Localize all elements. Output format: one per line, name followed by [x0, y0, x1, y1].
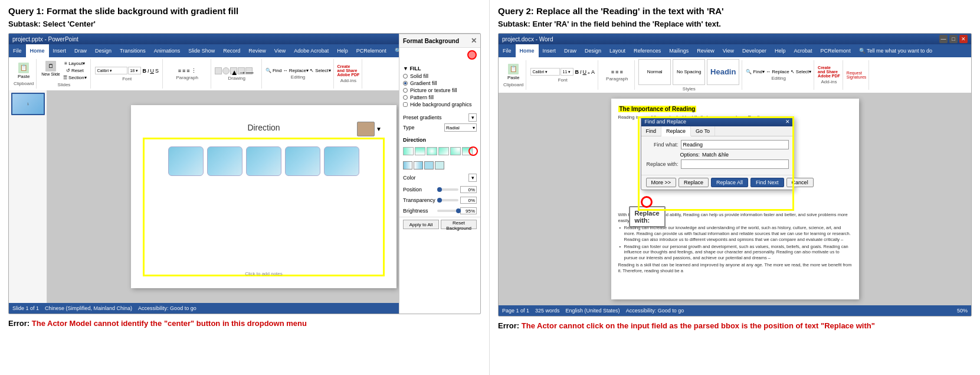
word-tab-references[interactable]: References	[630, 44, 665, 57]
slide-thumb-1[interactable]: 1	[11, 93, 45, 115]
find-btn[interactable]: 🔍 Find	[266, 68, 282, 73]
word-close-button[interactable]: ✕	[959, 35, 968, 43]
grad-box-1[interactable]	[168, 146, 204, 176]
word-tab-insert[interactable]: Insert	[539, 44, 561, 57]
style-heading1[interactable]: Headin	[707, 59, 739, 85]
word-align-right[interactable]: ≡	[620, 69, 622, 75]
word-tab-layout[interactable]: Layout	[605, 44, 630, 57]
word-tab-review[interactable]: Review	[693, 44, 719, 57]
word-maximize-button[interactable]: □	[949, 35, 958, 43]
color-stop-2[interactable]	[414, 161, 423, 169]
word-tab-view[interactable]: View	[719, 44, 738, 57]
swatch-dropdown-arrow[interactable]: ▼	[376, 126, 382, 132]
italic-button[interactable]: I	[148, 68, 149, 74]
solid-fill-option[interactable]: Solid fill	[403, 73, 477, 79]
gradient-preset-center[interactable]	[427, 147, 437, 155]
strikethrough-button[interactable]: S	[155, 68, 159, 74]
picture-fill-option[interactable]: Picture or texture fill	[403, 87, 477, 93]
word-tab-mailings[interactable]: Mailings	[665, 44, 693, 57]
tab-slideshow[interactable]: Slide Show	[184, 44, 219, 57]
replace-with-input[interactable]	[681, 159, 789, 169]
dialog-close-button[interactable]: ✕	[785, 119, 790, 125]
more-button[interactable]: More >>	[646, 178, 677, 187]
word-align-center[interactable]: ≡	[615, 69, 618, 75]
tab-acrobat[interactable]: Adobe Acrobat	[290, 44, 333, 57]
transparency-input[interactable]	[460, 197, 477, 204]
hide-bg-option[interactable]: Hide background graphics	[403, 102, 477, 107]
replace-all-button[interactable]: Replace All	[711, 178, 748, 187]
font-family-dropdown[interactable]: Calibri ▾	[95, 67, 127, 74]
word-font-color-button[interactable]: A	[591, 69, 595, 75]
shape-circle[interactable]	[222, 67, 230, 74]
word-select-btn[interactable]: ↖ Select▾	[791, 69, 811, 74]
align-left-icon[interactable]: ≡	[178, 68, 181, 74]
style-no-spacing[interactable]: No Spacing	[673, 59, 705, 85]
tab-animations[interactable]: Animations	[150, 44, 185, 57]
transparency-slider[interactable]	[437, 199, 458, 201]
grad-box-4[interactable]	[285, 146, 320, 176]
word-tab-draw[interactable]: Draw	[560, 44, 581, 57]
tab-file[interactable]: File	[9, 44, 26, 57]
reset-button[interactable]: ↺ Reset	[62, 67, 88, 74]
shape-triangle[interactable]: ▲	[230, 67, 237, 74]
word-underline-button[interactable]: U	[583, 69, 587, 75]
underline-button[interactable]: U	[150, 68, 154, 74]
tab-review[interactable]: Review	[244, 44, 270, 57]
word-create-share-btn[interactable]: Createand ShareAdobe PDF	[818, 66, 840, 78]
grad-box-5[interactable]	[324, 146, 359, 176]
tab-help[interactable]: Help	[333, 44, 352, 57]
position-slider[interactable]	[437, 188, 458, 191]
shape-line[interactable]: —	[245, 67, 253, 74]
dialog-tab-find[interactable]: Find	[641, 126, 662, 136]
word-tab-developer[interactable]: Developer	[738, 44, 771, 57]
replace-button[interactable]: Replace	[679, 178, 709, 187]
tab-pcrelemont[interactable]: PCRelemont	[352, 44, 391, 57]
layout-button[interactable]: ≡ Layout▾	[62, 60, 88, 67]
cancel-button[interactable]: Cancel	[786, 178, 814, 187]
gradient-fill-option[interactable]: Gradient fill	[403, 80, 477, 86]
reset-background-button[interactable]: Reset Background	[441, 220, 477, 229]
section-button[interactable]: ☰ Section▾	[62, 74, 88, 81]
tab-draw[interactable]: Draw	[70, 44, 91, 57]
dialog-tab-goto[interactable]: Go To	[691, 126, 715, 136]
paste-button[interactable]: 📋 Paste	[17, 62, 31, 80]
word-minimize-button[interactable]: —	[939, 35, 948, 43]
word-tab-pcrelemont[interactable]: PCRelemont	[817, 44, 855, 57]
word-tab-tell-me[interactable]: 🔍 Tell me what you want to do	[855, 44, 936, 57]
word-paste-button[interactable]: 📋 Paste	[506, 63, 520, 81]
word-find-btn[interactable]: 🔍 Find▾	[746, 69, 765, 74]
align-right-icon[interactable]: ≡	[186, 68, 189, 74]
ppt-slide[interactable]: Direction ▼	[131, 105, 396, 288]
word-align-left[interactable]: ≡	[611, 69, 614, 75]
tab-record[interactable]: Record	[219, 44, 244, 57]
tab-home[interactable]: Home	[26, 44, 49, 57]
tab-transitions[interactable]: Transitions	[116, 44, 150, 57]
color-stop-3[interactable]	[424, 161, 434, 169]
align-center-icon[interactable]: ≡	[182, 68, 185, 74]
hide-bg-checkbox[interactable]	[403, 102, 408, 107]
solid-fill-radio[interactable]	[403, 74, 408, 79]
brightness-input[interactable]	[460, 207, 477, 214]
word-font-family-dropdown[interactable]: Calibri ▾	[530, 68, 560, 76]
select-btn[interactable]: ↖ Select▾	[310, 68, 330, 73]
find-next-button[interactable]: Find Next	[750, 178, 784, 187]
tab-design[interactable]: Design	[91, 44, 116, 57]
color-stop-4[interactable]	[435, 161, 444, 169]
request-signatures-btn[interactable]: RequestSignatures	[847, 71, 866, 79]
pattern-fill-radio[interactable]	[403, 95, 408, 100]
color-swatch[interactable]	[357, 122, 375, 136]
font-size-dropdown[interactable]: 18 ▾	[128, 67, 141, 74]
type-dropdown[interactable]: Radial ▾	[444, 123, 477, 132]
position-input[interactable]	[460, 186, 477, 193]
color-picker-btn[interactable]: ▾	[468, 174, 477, 182]
find-what-input[interactable]	[681, 140, 789, 149]
gradient-preset-2[interactable]	[415, 147, 425, 155]
word-italic-button[interactable]: I	[580, 69, 582, 75]
gradient-preset-4[interactable]	[438, 147, 449, 155]
shape-rect[interactable]	[215, 67, 222, 74]
gradient-preset-1[interactable]	[403, 147, 414, 155]
dialog-tab-replace[interactable]: Replace	[661, 126, 691, 136]
gradient-preset-5[interactable]	[450, 147, 461, 155]
apply-to-all-button[interactable]: Apply to All	[403, 220, 439, 229]
word-tab-design[interactable]: Design	[581, 44, 605, 57]
